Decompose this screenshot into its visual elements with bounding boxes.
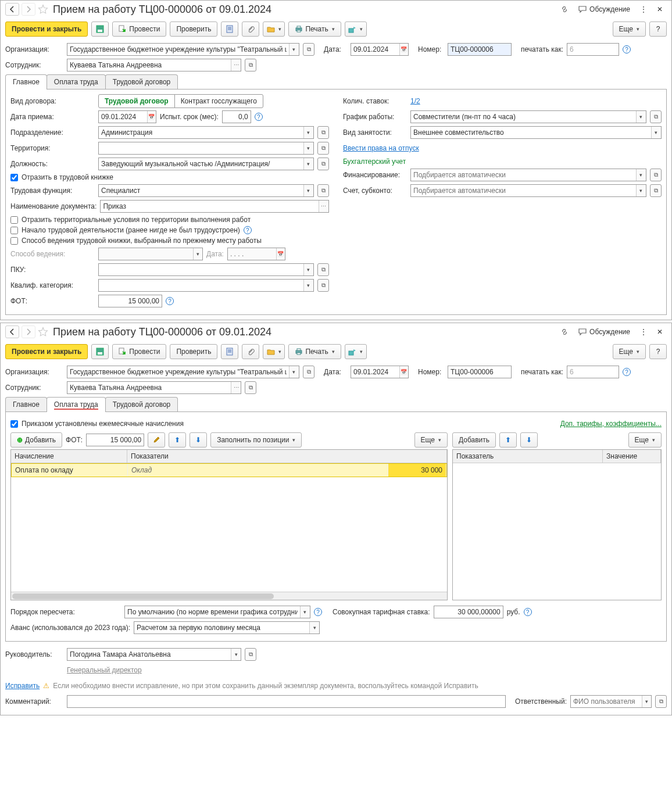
dropdown-icon[interactable]: ▾ — [289, 366, 299, 378]
seg-civil-service[interactable]: Контракт госслужащего — [174, 94, 263, 108]
manager-input[interactable] — [67, 649, 231, 660]
attach-button[interactable] — [242, 344, 259, 359]
tab-main[interactable]: Главное — [5, 74, 47, 89]
function-field[interactable]: ▾ — [98, 184, 314, 197]
dropdown-icon[interactable]: ▾ — [642, 696, 651, 707]
schedule-field[interactable]: ▾ — [410, 110, 646, 123]
number-field[interactable] — [448, 366, 512, 378]
open-external-button[interactable]: ⧉ — [245, 59, 256, 71]
open-external-button[interactable]: ⧉ — [650, 169, 662, 181]
manager-field[interactable]: ▾ — [67, 648, 241, 661]
kebab-menu[interactable]: ⋮ — [637, 325, 650, 338]
open-external-button[interactable]: ⧉ — [317, 263, 329, 276]
employee-field[interactable]: ⋯ — [67, 59, 241, 71]
fot-input[interactable] — [87, 434, 144, 446]
close-button[interactable]: ✕ — [653, 3, 667, 16]
help-icon[interactable]: ? — [314, 608, 322, 616]
post-button[interactable]: Провести — [112, 344, 166, 359]
open-external-button[interactable]: ⧉ — [317, 279, 329, 292]
ellipsis-icon[interactable]: ⋯ — [231, 59, 241, 71]
help-icon[interactable]: ? — [166, 297, 174, 305]
recalc-input[interactable] — [125, 606, 300, 618]
help-icon[interactable]: ? — [524, 608, 532, 616]
dept-field[interactable]: ▾ — [98, 126, 314, 139]
date-input[interactable] — [351, 44, 399, 55]
org-field[interactable]: ▾ — [67, 366, 299, 378]
calendar-icon[interactable]: 📅 — [399, 44, 408, 55]
fot-field[interactable] — [86, 434, 144, 446]
emptype-input[interactable] — [411, 127, 651, 138]
vacation-rights-link[interactable]: Ввести права на отпуск — [343, 144, 419, 152]
indicators-table[interactable]: Показатель Значение — [452, 449, 662, 600]
folder-button[interactable]: ▾ — [263, 344, 285, 359]
more-button[interactable]: Еще▾ — [613, 22, 646, 37]
org-input[interactable] — [67, 44, 289, 55]
dropdown-icon[interactable]: ▾ — [303, 264, 313, 275]
schedule-input[interactable] — [411, 111, 636, 123]
add-indicator-button[interactable]: Добавить — [452, 432, 496, 448]
employee-field[interactable]: ⋯ — [67, 381, 241, 394]
tab-contract[interactable]: Трудовой договор — [105, 74, 178, 89]
dropdown-icon[interactable]: ▾ — [303, 280, 313, 291]
close-button[interactable]: ✕ — [653, 325, 667, 338]
financing-field[interactable]: ▾ — [410, 169, 646, 181]
date-field[interactable]: 📅 — [351, 43, 409, 56]
table-more-button[interactable]: Еще▾ — [414, 432, 448, 448]
advance-input[interactable] — [134, 622, 309, 633]
docname-field[interactable]: ⋯ — [100, 200, 329, 213]
edit-button[interactable] — [148, 432, 165, 448]
function-input[interactable] — [99, 185, 303, 196]
attach-button[interactable] — [242, 22, 259, 37]
responsible-field[interactable]: ▾ — [570, 695, 652, 708]
date-input[interactable] — [351, 366, 399, 378]
check-button[interactable]: Проверить — [170, 22, 217, 37]
save-button[interactable] — [91, 344, 109, 359]
help-icon[interactable]: ? — [623, 45, 631, 53]
post-button[interactable]: Провести — [112, 22, 166, 37]
org-field[interactable]: ▾ — [67, 43, 299, 56]
probation-field[interactable] — [222, 110, 251, 123]
dropdown-icon[interactable]: ▾ — [303, 127, 313, 138]
move-down-button[interactable]: ⬇ — [520, 432, 538, 448]
dropdown-icon[interactable]: ▾ — [636, 111, 646, 123]
favorite-star-icon[interactable] — [38, 4, 48, 15]
fot-input[interactable] — [99, 295, 162, 307]
print-button[interactable]: Печать▾ — [288, 22, 341, 37]
table-row[interactable]: Оплата по окладу Оклад 30 000 — [11, 463, 447, 477]
indicators-more-button[interactable]: Еще▾ — [628, 432, 662, 448]
document-button[interactable] — [221, 344, 238, 359]
printas-field[interactable] — [567, 43, 619, 56]
position-input[interactable] — [99, 158, 303, 170]
account-field[interactable]: ▾ — [410, 184, 646, 197]
workbook-method-checkbox[interactable] — [10, 237, 18, 245]
add-button[interactable]: ⊕Добавить — [10, 432, 62, 448]
ellipsis-icon[interactable]: ⋯ — [319, 201, 328, 212]
move-up-button[interactable]: ⬆ — [499, 432, 517, 448]
open-external-button[interactable]: ⧉ — [317, 142, 329, 155]
dropdown-icon[interactable]: ▾ — [300, 606, 310, 618]
scroll-thumb[interactable] — [12, 593, 274, 599]
reflect-checkbox[interactable] — [10, 174, 18, 181]
number-input[interactable] — [448, 366, 511, 378]
date-field[interactable]: 📅 — [351, 366, 409, 378]
document-button[interactable] — [221, 22, 238, 37]
printas-input[interactable] — [567, 366, 619, 378]
help-icon[interactable]: ? — [623, 368, 631, 376]
save-button[interactable] — [91, 22, 109, 37]
territorial-checkbox[interactable] — [10, 216, 18, 224]
dropdown-icon[interactable]: ▾ — [289, 44, 299, 55]
favorite-star-icon[interactable] — [38, 327, 48, 337]
calendar-icon[interactable]: 📅 — [399, 366, 408, 378]
back-button[interactable] — [5, 3, 19, 16]
help-icon[interactable]: ? — [244, 226, 252, 234]
fix-link[interactable]: Исправить — [5, 682, 40, 690]
open-external-button[interactable]: ⧉ — [650, 184, 662, 197]
link-button[interactable] — [557, 3, 571, 16]
export-button[interactable]: ▾ — [345, 344, 367, 359]
open-external-button[interactable]: ⧉ — [317, 158, 329, 170]
advance-field[interactable]: ▾ — [134, 621, 320, 634]
dropdown-icon[interactable]: ▾ — [303, 142, 313, 154]
hire-date-input[interactable] — [99, 111, 147, 123]
open-external-button[interactable]: ⧉ — [317, 184, 329, 197]
monthly-accruals-checkbox[interactable] — [10, 420, 18, 428]
